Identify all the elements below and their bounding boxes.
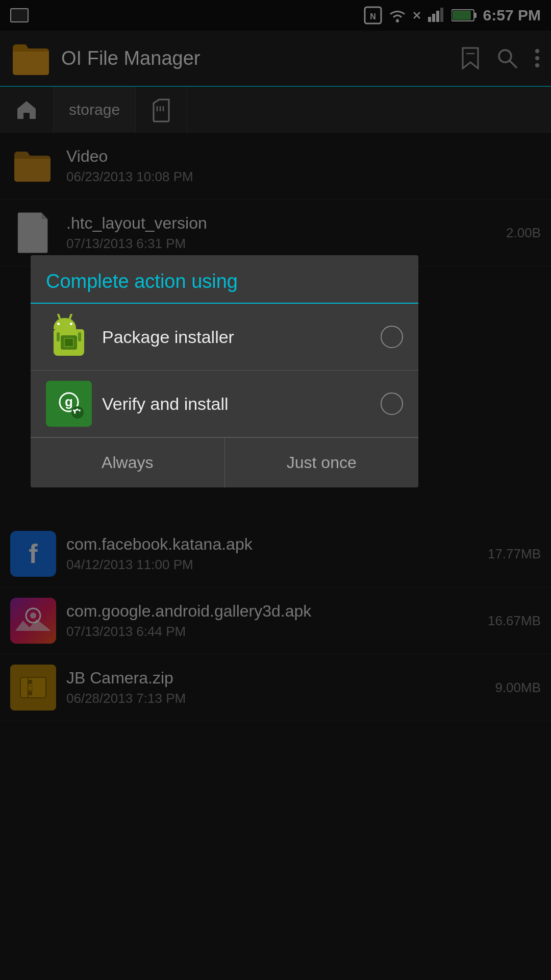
verify-install-radio[interactable] (381, 393, 403, 415)
svg-point-25 (76, 410, 80, 414)
dialog-overlay (0, 0, 551, 980)
verify-install-label: Verify and install (102, 394, 370, 414)
dialog-buttons: Always Just once (31, 437, 418, 487)
always-button[interactable]: Always (31, 438, 225, 487)
package-installer-icon (46, 314, 92, 360)
package-installer-radio[interactable] (381, 326, 403, 348)
dialog-option-verify-install[interactable]: g Verify and install (31, 371, 418, 437)
just-once-button[interactable]: Just once (225, 438, 419, 487)
verify-install-icon: g (46, 381, 92, 427)
complete-action-dialog: Complete action using (31, 255, 418, 487)
svg-text:g: g (65, 394, 73, 409)
dialog-title: Complete action using (31, 255, 418, 304)
dialog-option-package-installer[interactable]: Package installer (31, 304, 418, 371)
package-installer-label: Package installer (102, 327, 370, 347)
